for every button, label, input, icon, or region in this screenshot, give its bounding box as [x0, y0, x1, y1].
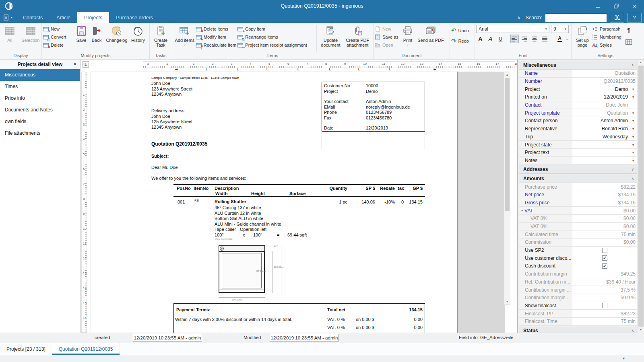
app-menu-button[interactable]: ▾: [0, 12, 16, 23]
changelog-button[interactable]: Changelog: [104, 24, 129, 43]
tab-stop-marker[interactable]: ⇤: [433, 68, 436, 72]
section-header-status[interactable]: Status∧: [519, 327, 637, 333]
tab-stop-marker[interactable]: ⇥: [175, 68, 178, 72]
property-value[interactable]: [572, 247, 637, 254]
dropdown-icon[interactable]: ▾: [631, 111, 636, 115]
scroll-down-icon[interactable]: ▼: [504, 299, 510, 304]
panel-scrollbar[interactable]: ▲ ▼: [638, 60, 644, 333]
property-value[interactable]: Quotation▾: [572, 109, 637, 117]
collapse-sidebar-icon[interactable]: «: [74, 61, 76, 67]
property-value[interactable]: Wednesday▾: [572, 133, 637, 141]
minimize-button[interactable]: [588, 0, 607, 12]
panel-scroll-down-icon[interactable]: ▼: [638, 327, 644, 333]
table-grid-button[interactable]: [625, 38, 633, 46]
tab-stop-marker[interactable]: L: [297, 68, 299, 72]
v-ruler[interactable]: 12345678910111213141516: [81, 72, 87, 333]
delete-items-button[interactable]: Delete items: [196, 26, 238, 32]
document-new-button[interactable]: New: [375, 26, 400, 32]
ellipsis-button[interactable]: ...: [631, 103, 636, 107]
property-value[interactable]: 37.5 %: [572, 286, 637, 294]
property-value[interactable]: [572, 262, 637, 270]
close-button[interactable]: ×: [625, 0, 644, 12]
tab-stop-marker[interactable]: L: [266, 68, 268, 72]
checkbox-cash-discount[interactable]: [602, 263, 607, 269]
font-color-button[interactable]: A: [555, 35, 564, 43]
property-value[interactable]: 12/20/2019▾: [572, 93, 637, 101]
sidebar-item-documents-and-notes[interactable]: Documents and Notes: [0, 104, 80, 116]
footer-dropdown-icon[interactable]: ▾: [623, 356, 625, 360]
search-button[interactable]: [610, 13, 624, 23]
font-size-select[interactable]: 9▾: [551, 25, 569, 33]
font-color-dropdown-icon[interactable]: ⌄: [566, 37, 569, 41]
property-value[interactable]: ▾: [572, 157, 637, 165]
section-header-miscellaneous[interactable]: Miscellaneous∧: [519, 61, 637, 70]
property-value[interactable]: Ronald Rich▾: [572, 125, 637, 133]
redo-button[interactable]: ↷Redo: [451, 38, 473, 44]
print-dropdown-icon[interactable]: ⌄: [406, 43, 409, 46]
tab-stop-type-button[interactable]: L: [83, 61, 89, 68]
save-as-button[interactable]: Save as: [375, 34, 400, 40]
open-button[interactable]: Open: [375, 42, 400, 48]
dropdown-icon[interactable]: ▾: [631, 143, 636, 147]
sidebar-item-miscellaneous[interactable]: Miscellaneous: [0, 69, 80, 81]
delete-button[interactable]: Delete: [43, 42, 74, 48]
tab-stop-marker[interactable]: L: [206, 68, 208, 72]
dropdown-icon[interactable]: ▾: [631, 127, 636, 131]
panel-scrollbar-thumb[interactable]: [638, 66, 644, 327]
send-as-pdf-button[interactable]: Send as PDF: [416, 24, 446, 43]
property-value[interactable]: ▾: [572, 149, 637, 156]
align-center-button[interactable]: [530, 35, 539, 43]
formatting-marks-button[interactable]: ¶: [625, 26, 633, 34]
property-value[interactable]: Q201912/0035: [572, 78, 637, 85]
dropdown-icon[interactable]: ▾: [631, 135, 636, 139]
recalculate-item-button[interactable]: Recalculate item: [196, 42, 238, 48]
styles-button[interactable]: AAStyles: [592, 42, 623, 48]
create-task-button[interactable]: Create Task: [152, 24, 170, 48]
new-project-button[interactable]: New: [43, 26, 74, 32]
chevron-up-icon[interactable]: ∧: [631, 177, 634, 181]
undo-button[interactable]: ↶Undo: [451, 27, 473, 34]
all-button[interactable]: All: [1, 24, 19, 43]
back-button[interactable]: Back: [89, 24, 104, 43]
property-value[interactable]: [572, 254, 637, 262]
receipt-assignment-button[interactable]: Project item receipt assignment: [237, 42, 314, 48]
section-header-amounts[interactable]: Amounts∧: [519, 175, 637, 183]
chevron-up-icon[interactable]: ∧: [631, 329, 634, 333]
property-value[interactable]: $0.00: [572, 207, 637, 214]
italic-button[interactable]: A: [486, 35, 495, 43]
add-items-button[interactable]: Add items ⌄: [173, 24, 196, 46]
dropdown-icon[interactable]: ▾: [631, 87, 636, 91]
numbering-button[interactable]: 123Numbering: [592, 34, 623, 40]
sidebar-item-file-attachments[interactable]: File attachments: [0, 128, 80, 139]
dropdown-icon[interactable]: ▾: [631, 158, 636, 162]
save-button[interactable]: Save: [74, 24, 89, 43]
property-value[interactable]: Anton Admin▾: [572, 117, 637, 125]
property-value[interactable]: $0.00: [572, 215, 637, 222]
property-value[interactable]: ▾: [572, 141, 637, 148]
tab-contacts[interactable]: Contacts: [16, 12, 50, 23]
search-input[interactable]: [545, 13, 607, 22]
restore-button[interactable]: [607, 0, 625, 12]
property-value[interactable]: $39.40 / Hour: [572, 278, 637, 286]
tab-stop-marker[interactable]: L: [237, 68, 239, 72]
tab-stop-marker[interactable]: L: [389, 68, 391, 72]
tab-purchase-orders[interactable]: Purchase orders: [109, 12, 160, 23]
update-document-button[interactable]: Update document: [318, 24, 343, 48]
scroll-up-icon[interactable]: ▲: [504, 72, 510, 78]
copy-item-button[interactable]: Copy item: [237, 26, 314, 32]
property-value[interactable]: $82.22: [572, 310, 637, 317]
underline-button[interactable]: U: [496, 35, 505, 43]
justify-button[interactable]: [541, 35, 549, 43]
print-button[interactable]: Print ⌄: [400, 24, 416, 46]
tab-projects[interactable]: Projects: [77, 12, 109, 23]
set-up-page-button[interactable]: Set up page: [573, 24, 592, 48]
align-left-button[interactable]: [510, 35, 519, 43]
checkbox-show-finalcost[interactable]: [602, 303, 607, 308]
property-value[interactable]: 59.9 %: [572, 294, 637, 302]
font-family-dropdown-icon[interactable]: ▾: [543, 27, 547, 31]
property-value[interactable]: $49.25: [572, 270, 637, 278]
tab-stop-marker[interactable]: L: [329, 68, 331, 72]
scrollbar-thumb[interactable]: [505, 78, 510, 211]
property-value[interactable]: [572, 302, 637, 310]
font-family-select[interactable]: Arial▾: [476, 25, 549, 33]
